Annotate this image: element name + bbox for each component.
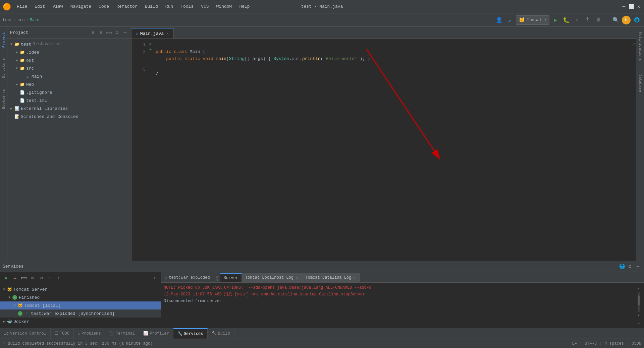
close-button[interactable]: ✕: [636, 4, 641, 9]
tab-terminal[interactable]: ⬛ Terminal: [105, 328, 140, 339]
tab-profiler[interactable]: 📈 Profiler: [139, 328, 173, 339]
tree-item-idea[interactable]: ▶ 📁 .idea: [7, 48, 131, 56]
line-ending-indicator[interactable]: LF: [572, 341, 577, 346]
services-item-tomcat-server[interactable]: ▼ 🐱 Tomcat Server: [0, 285, 161, 293]
locate-file-button[interactable]: ⊕: [90, 29, 96, 36]
services-globe-button[interactable]: 🌐: [619, 263, 625, 270]
project-panel-tab[interactable]: Project: [1, 29, 6, 50]
tree-item-iml[interactable]: 📄 test.iml: [7, 96, 131, 105]
tab-close-main[interactable]: ✕: [166, 31, 169, 37]
encoding-indicator[interactable]: UTF-8: [585, 341, 597, 346]
services-add-button[interactable]: +: [55, 274, 62, 282]
services-expand-button[interactable]: ⟺: [20, 274, 28, 282]
tree-item-extlibs[interactable]: ▶ 📊 External Libraries: [7, 105, 131, 113]
menu-file[interactable]: File: [13, 3, 31, 10]
tab-todo[interactable]: ☰ TODO: [51, 328, 74, 339]
expand-all-button[interactable]: ⟺: [106, 29, 112, 36]
breadcrumb-main[interactable]: Main: [30, 18, 40, 22]
services-run-button[interactable]: ▶: [3, 274, 10, 282]
code-content[interactable]: public class Main { public static void m…: [153, 39, 631, 261]
scroll-extra-btn[interactable]: ≡: [636, 323, 641, 325]
notifications-tab[interactable]: Notifications: [638, 29, 643, 64]
tab-version-control[interactable]: ⎇ Version Control: [0, 328, 51, 339]
menu-view[interactable]: View: [49, 3, 66, 10]
project-panel: Project ⊕ ≡ ⟺ ⚙ ─ ▼ 📁 test D:: [7, 27, 131, 261]
scrollbar-thumb[interactable]: [638, 295, 640, 305]
tree-item-scratches[interactable]: 📝 Scratches and Consoles: [7, 113, 131, 121]
user-avatar[interactable]: U: [622, 16, 631, 24]
tab-main-java[interactable]: ☕ Main.java ✕: [131, 28, 174, 39]
plugin-button[interactable]: 🌐: [632, 15, 641, 25]
bookmarks-panel-tab[interactable]: Bookmarks: [1, 86, 6, 112]
menu-vcs[interactable]: VCS: [198, 3, 212, 10]
log-scrollbar[interactable]: ▲ ▼ ≡: [636, 285, 641, 326]
tree-item-out[interactable]: ▶ 📁 out: [7, 56, 131, 64]
search-everywhere-button[interactable]: 🔍: [611, 15, 621, 25]
structure-panel-tab[interactable]: Structure: [1, 56, 6, 81]
services-deploy-button[interactable]: ⬆: [46, 274, 54, 282]
close-panel-button[interactable]: ─: [122, 29, 128, 36]
log-tab-localhost-close[interactable]: ✕: [295, 275, 299, 281]
services-right-arrow[interactable]: ›: [151, 274, 158, 282]
tree-item-gitignore[interactable]: 📄 .gitignore: [7, 88, 131, 96]
indent-indicator[interactable]: 4 spaces: [604, 341, 624, 346]
stop-button[interactable]: ⏹: [594, 15, 603, 25]
tree-label-root: test: [21, 42, 31, 47]
services-group-button[interactable]: ⊞: [29, 274, 36, 282]
editor-gutter: ✓: [631, 39, 636, 261]
menu-code[interactable]: Code: [95, 3, 112, 10]
maximize-button[interactable]: ⬜: [629, 4, 634, 9]
services-arrow-local: ▼: [12, 303, 17, 308]
log-tab-server-label: Server: [224, 276, 238, 280]
menu-run[interactable]: Run: [162, 3, 176, 10]
menu-help[interactable]: Help: [236, 3, 253, 10]
run-button[interactable]: ▶: [551, 15, 560, 25]
services-item-artifact[interactable]: ✓ ✓ test:war exploded [Synchronized]: [0, 309, 161, 318]
file-tree: ▼ 📁 test D:\Java\test ▶ 📁 .idea: [7, 39, 131, 261]
tab-build[interactable]: 🔨 Build: [208, 328, 234, 339]
terminal-icon: ⬛: [109, 331, 114, 336]
services-filter-button[interactable]: ⊿: [38, 274, 45, 282]
menu-build[interactable]: Build: [142, 3, 161, 10]
database-tab[interactable]: Database: [638, 72, 643, 95]
code-editor[interactable]: 1 2 5 ▶ ▶ public class Main { public sta…: [131, 39, 636, 261]
scroll-down-button[interactable]: ▼: [636, 314, 641, 318]
settings-button[interactable]: ⚙: [114, 29, 120, 36]
tab-services[interactable]: 🔧 Services: [173, 328, 208, 339]
tab-problems[interactable]: ⚠ Problems: [74, 328, 105, 339]
services-item-finished[interactable]: ▼ ✓ Finished: [0, 293, 161, 301]
profile-button[interactable]: ⏱: [583, 15, 592, 25]
services-item-tomcat-local[interactable]: ▼ 🐱 Tomcat [local]: [0, 301, 161, 309]
log-line-1: NOTE: Picked up JDK_JAVA_OPTIONS: --add-…: [164, 285, 636, 291]
menu-refactor[interactable]: Refactor: [113, 3, 141, 10]
tree-item-web[interactable]: ▶ 📁 web: [7, 80, 131, 88]
scroll-up-button[interactable]: ▲: [636, 286, 641, 291]
run-config-selector[interactable]: 🐱 Tomcat ▼: [516, 15, 549, 25]
menu-tools[interactable]: Tools: [177, 3, 197, 10]
breadcrumb-src[interactable]: src: [17, 18, 25, 22]
scrollbar-track[interactable]: [638, 292, 640, 312]
coverage-button[interactable]: ⚡: [572, 15, 582, 25]
menu-window[interactable]: Window: [213, 3, 235, 10]
minimize-button[interactable]: ─: [621, 4, 627, 9]
collapse-all-button[interactable]: ≡: [98, 29, 104, 36]
menu-edit[interactable]: Edit: [31, 3, 48, 10]
left-panel-tabs: Project Structure Bookmarks: [0, 27, 7, 261]
menu-navigate[interactable]: Navigate: [67, 3, 95, 10]
tree-item-src[interactable]: ▼ 📁 src: [7, 64, 131, 72]
services-artifact-icon: ✓: [17, 311, 23, 316]
tree-item-main[interactable]: ☕ Main: [7, 72, 131, 80]
log-tab-catalina-close[interactable]: ✕: [353, 275, 356, 281]
user-button[interactable]: 👤: [494, 15, 504, 25]
tree-item-root[interactable]: ▼ 📁 test D:\Java\test: [7, 40, 131, 48]
log-tab-localhost[interactable]: Tomcat Localhost Log ✕: [242, 273, 302, 282]
log-tab-server[interactable]: Server: [220, 273, 242, 282]
services-settings-button[interactable]: ⚙: [627, 263, 633, 270]
services-collapse-button[interactable]: ≡: [11, 274, 19, 282]
services-item-docker[interactable]: ▶ 🐳 Docker: [0, 318, 161, 326]
services-minimize-button[interactable]: ─: [635, 263, 641, 270]
log-tab-catalina[interactable]: Tomcat Catalina Log ✕: [302, 273, 360, 282]
git-update-button[interactable]: ↙: [505, 15, 515, 25]
debug-button[interactable]: 🐛: [561, 15, 571, 25]
breadcrumb-test[interactable]: test: [3, 18, 12, 22]
